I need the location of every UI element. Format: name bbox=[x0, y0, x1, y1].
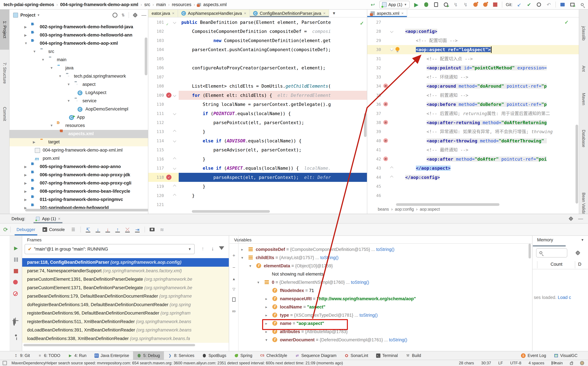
breakpoint-icon[interactable]: ✓ bbox=[166, 92, 171, 98]
toolwindow-button-visualgc[interactable]: VisualGC bbox=[550, 351, 581, 360]
profiler-button[interactable]: ▶ bbox=[443, 1, 449, 8]
tree-expanded-icon[interactable]: ▼ bbox=[241, 253, 243, 262]
tree-collapsed-icon[interactable]: ▶ bbox=[24, 198, 27, 202]
toolwindow-button-sequence-diagram[interactable]: ⇄Sequence Diagram bbox=[291, 351, 340, 360]
settings-gear-icon[interactable] bbox=[569, 217, 573, 221]
settings-gear-icon[interactable] bbox=[133, 13, 137, 17]
sidebar-item-1-project[interactable]: 1: Project bbox=[0, 9, 9, 50]
tree-expanded-icon[interactable]: ▼ bbox=[67, 83, 70, 86]
navigate-back-icon[interactable]: ↩ bbox=[369, 1, 376, 8]
stop-button[interactable] bbox=[492, 1, 498, 8]
tree-row[interactable]: ▶005-spring-framework-demo-aop-anno bbox=[9, 163, 148, 171]
code-line[interactable]: 109✓ for (Element elt: childElts) { elt:… bbox=[148, 91, 367, 100]
tree-row[interactable]: ▼java bbox=[9, 64, 148, 72]
tree-expanded-icon[interactable]: ▼ bbox=[67, 99, 70, 103]
view-options-icon[interactable]: ≋ bbox=[158, 226, 166, 233]
code-line[interactable]: 116 } bbox=[148, 154, 367, 164]
sidebar-item-jclasslib[interactable]: jclasslib bbox=[579, 15, 588, 52]
close-icon[interactable]: × bbox=[244, 11, 246, 16]
toolwindow-button-spring[interactable]: Spring bbox=[230, 351, 256, 360]
breakpoint-icon[interactable]: ✓ bbox=[166, 175, 171, 180]
code-line[interactable]: 35 <!-- 前置通知 --> bbox=[367, 91, 579, 100]
git-history-button[interactable] bbox=[536, 1, 542, 8]
frame-row[interactable]: registerBeanDefinitions:96, DefaultBeanD… bbox=[22, 309, 229, 318]
frame-row[interactable]: doLoadBeanDefinitions:391, XmlBeanDefini… bbox=[22, 326, 229, 335]
toolwindow-button-4-run[interactable]: ▶4: Run bbox=[64, 351, 90, 360]
code-line[interactable]: 104 parserContext.pushContainingComponen… bbox=[148, 45, 367, 54]
tree-collapsed-icon[interactable]: ▶ bbox=[24, 189, 27, 193]
tree-row[interactable]: ▼service bbox=[9, 97, 148, 105]
git-commit-button[interactable]: ✔ bbox=[526, 1, 532, 8]
run-configuration-selector[interactable]: App (1) ▼ bbox=[379, 1, 410, 8]
breadcrumb-item[interactable]: tech-pdai-spring-demos bbox=[4, 2, 54, 7]
tab-console[interactable]: ▶Console bbox=[39, 224, 68, 236]
advice-method-marker-icon[interactable]: m bbox=[383, 120, 388, 125]
code-line[interactable]: 31 <!-- 配置切入点 --> bbox=[367, 54, 579, 63]
tree-row[interactable]: CAopDemoServiceImpl bbox=[9, 105, 148, 114]
code-line[interactable]: 117 else if (ASPECT.equals(localName)) {… bbox=[148, 164, 367, 173]
fold-marker-icon[interactable] bbox=[173, 185, 176, 188]
breadcrumb-item[interactable]: main bbox=[156, 2, 166, 7]
code-line[interactable]: 120 } bbox=[148, 191, 367, 200]
rerun-icon[interactable]: ⟳ bbox=[3, 226, 8, 233]
status-item[interactable]: 4 spaces bbox=[529, 361, 544, 365]
tree-row[interactable]: CApp bbox=[9, 114, 148, 122]
code-line[interactable]: 28 <aop:config> bbox=[367, 27, 579, 36]
run-to-cursor-icon[interactable]: ⇥ bbox=[134, 226, 141, 233]
tree-expanded-icon[interactable]: ▼ bbox=[59, 74, 62, 78]
tree-collapsed-icon[interactable]: ▶ bbox=[241, 245, 243, 253]
tree-row[interactable]: mpom.xml bbox=[9, 154, 148, 163]
close-icon[interactable]: × bbox=[58, 216, 60, 221]
tree-row[interactable]: ▼src bbox=[9, 48, 148, 56]
filter-funnel-icon[interactable] bbox=[219, 246, 224, 250]
tree-expanded-icon[interactable]: ▼ bbox=[249, 262, 251, 270]
toolwindow-button-build[interactable]: ⚒Build bbox=[402, 351, 425, 360]
frame-row[interactable]: parse:118, ConfigBeanDefinitionParser (o… bbox=[22, 258, 229, 267]
sidebar-item-ant[interactable]: Ant bbox=[579, 59, 588, 79]
resume-button[interactable]: ▶ bbox=[13, 245, 19, 251]
tree-expanded-icon[interactable]: ▼ bbox=[50, 124, 53, 127]
fold-marker-icon[interactable] bbox=[173, 194, 176, 197]
tree-expanded-icon[interactable]: ▼ bbox=[24, 41, 28, 45]
code-line[interactable]: 112 parsePointcut(elt, parserContext); bbox=[148, 118, 367, 127]
toolwindow-button-java-enterprise[interactable]: EEJava Enterprise bbox=[90, 351, 133, 360]
step-over-icon[interactable]: ↓ bbox=[94, 226, 102, 233]
tree-collapsed-icon[interactable]: ▶ bbox=[24, 181, 27, 185]
tree-collapsed-icon[interactable]: ▶ bbox=[265, 303, 267, 311]
tree-expanded-icon[interactable]: ▼ bbox=[33, 50, 36, 53]
tree-collapsed-icon[interactable]: ▶ bbox=[24, 173, 27, 177]
thread-dump-camera-icon[interactable] bbox=[13, 306, 19, 312]
tree-expanded-icon[interactable]: ▼ bbox=[257, 278, 259, 286]
tree-row[interactable]: 004-spring-framework-demo-aop-xml.iml bbox=[9, 146, 148, 154]
hide-panel-icon[interactable]: — bbox=[141, 12, 146, 18]
code-line[interactable]: 29 <!-- 配置切面 --> bbox=[367, 36, 579, 45]
git-rollback-button[interactable]: ↶ bbox=[546, 1, 552, 8]
java-horizontal-scrollbar[interactable] bbox=[192, 210, 270, 213]
close-icon[interactable]: × bbox=[172, 11, 174, 16]
run-button[interactable]: ▶ bbox=[413, 1, 419, 8]
tree-row[interactable]: CLogAspect bbox=[9, 89, 148, 97]
fold-marker-icon[interactable] bbox=[390, 166, 393, 170]
code-line[interactable]: 102 CompositeComponentDefinition composi… bbox=[148, 27, 367, 36]
debug-session-tab[interactable]: App (1) × bbox=[32, 214, 64, 223]
advice-method-marker-icon[interactable]: m bbox=[383, 84, 388, 88]
code-line[interactable]: 101✓public BeanDefinition parse(Element … bbox=[148, 18, 367, 27]
memory-col-diff[interactable]: D bbox=[578, 262, 581, 267]
code-line[interactable]: 43 </aop:aspect> bbox=[367, 164, 579, 173]
step-out-icon[interactable]: ↑ bbox=[114, 226, 121, 233]
tree-row[interactable]: ▶007-spring-framework-demo-aop-proxy-cgl… bbox=[9, 179, 148, 187]
status-item[interactable]: LF bbox=[498, 361, 503, 365]
xml-horizontal-scrollbar[interactable] bbox=[396, 203, 500, 206]
tree-row[interactable]: ▼aspect bbox=[9, 81, 148, 89]
code-line[interactable]: 105 bbox=[148, 54, 367, 63]
tree-row[interactable]: ▼004-spring-framework-demo-aop-xml bbox=[9, 39, 148, 48]
move-down-icon[interactable]: ▽ bbox=[231, 287, 236, 292]
tree-row[interactable]: ▶008-spring-framework-demo-bean-lifecycl… bbox=[9, 187, 148, 196]
fold-marker-icon[interactable] bbox=[173, 93, 176, 97]
toolwindow-button-checkstyle[interactable]: CSCheckStyle bbox=[256, 351, 291, 360]
close-icon[interactable]: × bbox=[323, 11, 325, 16]
frame-down-icon[interactable]: ↓ bbox=[211, 246, 214, 252]
git-update-button[interactable]: ↙ bbox=[516, 1, 522, 8]
tree-collapsed-icon[interactable]: ▶ bbox=[33, 140, 35, 144]
fold-marker-icon[interactable] bbox=[173, 21, 176, 24]
